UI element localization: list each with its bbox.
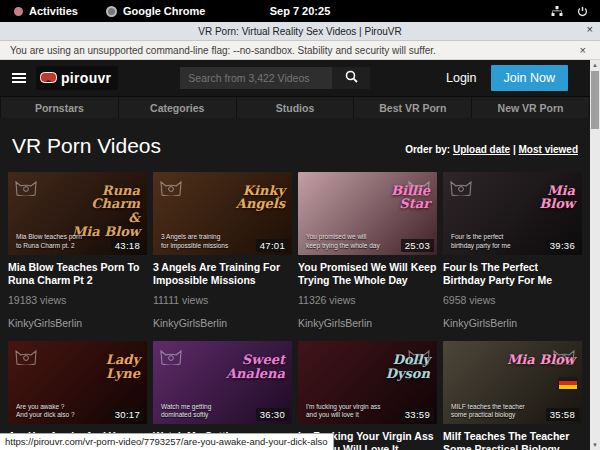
thumbnail-overlay-title: Mia Blow bbox=[539, 184, 575, 211]
hamburger-menu-icon[interactable] bbox=[12, 73, 26, 83]
cat-mask-watermark-icon bbox=[159, 176, 183, 200]
video-card: Runa Charm & Mia Blow Mia Blow teaches p… bbox=[8, 172, 147, 329]
video-views: 6958 views bbox=[443, 294, 582, 306]
cat-mask-watermark-icon bbox=[14, 176, 38, 200]
nav-item-best-vr-porn[interactable]: Best VR Porn bbox=[354, 97, 472, 118]
video-grid: Runa Charm & Mia Blow Mia Blow teaches p… bbox=[0, 168, 590, 450]
video-views: 19183 views bbox=[8, 294, 147, 306]
video-thumbnail[interactable]: Mia Blow Four is the perfect birthday pa… bbox=[443, 172, 582, 255]
duration-badge: 36:30 bbox=[256, 408, 289, 421]
duration-badge: 33:59 bbox=[401, 408, 434, 421]
video-thumbnail[interactable]: Dolly Dyson I'm fucking your virgin ass … bbox=[298, 341, 437, 424]
video-thumbnail[interactable]: Sweet Analena Watch me getting dominated… bbox=[153, 341, 292, 424]
video-title-link[interactable]: 3 Angels Are Training For Impossible Mis… bbox=[153, 261, 292, 287]
thumbnail-caption: MILF teaches the teacher some practical … bbox=[451, 403, 540, 421]
tab-close-icon[interactable]: × bbox=[587, 23, 593, 35]
video-card: Mia Blow Four is the perfect birthday pa… bbox=[443, 172, 582, 329]
video-title-link[interactable]: Mia Blow Teaches Porn To Runa Charm Pt 2 bbox=[8, 261, 147, 287]
vr-headset-icon bbox=[40, 69, 57, 87]
tab-title[interactable]: VR Porn: Virtual Reality Sex Videos | Pi… bbox=[198, 26, 401, 37]
thumbnail-caption: You promised we will keep trying the who… bbox=[306, 233, 395, 251]
video-channel-link[interactable]: KinkyGirlsBerlin bbox=[443, 317, 582, 329]
search-bar bbox=[180, 67, 370, 89]
video-channel-link[interactable]: KinkyGirlsBerlin bbox=[8, 317, 147, 329]
video-views: 11326 views bbox=[298, 294, 437, 306]
thumbnail-caption: I'm fucking your virgin ass and you will… bbox=[306, 403, 395, 421]
thumbnail-caption: Mia Blow teaches porn to Runa Charm pt. … bbox=[16, 233, 105, 251]
browser-tab-bar: VR Porn: Virtual Reality Sex Videos | Pi… bbox=[0, 22, 600, 41]
join-now-button[interactable]: Join Now bbox=[491, 65, 568, 91]
video-thumbnail[interactable]: Kinky Angels 3 Angels are training for i… bbox=[153, 172, 292, 255]
desktop-top-bar: Activities Google Chrome Sep 7 20:25 bbox=[0, 0, 600, 22]
duration-badge: 35:58 bbox=[546, 408, 579, 421]
thumbnail-caption: 3 Angels are training for impossible mis… bbox=[161, 233, 250, 251]
cat-mask-watermark-icon bbox=[449, 176, 473, 200]
video-views: 11111 views bbox=[153, 294, 292, 306]
scrollbar-up-arrow-icon[interactable]: ▲ bbox=[590, 60, 600, 70]
duration-badge: 39:36 bbox=[546, 239, 579, 252]
thumbnail-caption: Are you awake ? And your dick also ? bbox=[16, 403, 105, 421]
page-scrollbar[interactable]: ▲ ▼ bbox=[590, 60, 600, 450]
power-icon[interactable] bbox=[577, 6, 588, 17]
nav-item-studios[interactable]: Studios bbox=[237, 97, 355, 118]
thumbnail-overlay-title: Sweet Analena bbox=[226, 353, 285, 380]
status-bar-url: https://pirouvr.com/vr-porn-video/779325… bbox=[0, 433, 334, 450]
german-flag-icon bbox=[559, 377, 577, 389]
thumbnail-overlay-title: Mia Blow bbox=[507, 353, 575, 367]
thumbnail-overlay-title: Lady Lyne bbox=[106, 353, 140, 380]
main-nav: Pornstars Categories Studios Best VR Por… bbox=[0, 96, 590, 118]
page-title: VR Porn Videos bbox=[12, 134, 161, 158]
cat-mask-watermark-icon bbox=[159, 345, 183, 369]
infobar-close-icon[interactable]: × bbox=[580, 44, 586, 56]
search-button[interactable] bbox=[332, 67, 370, 89]
infobar-message: You are using an unsupported command-lin… bbox=[10, 45, 436, 56]
thumbnail-overlay-title: Runa Charm & Mia Blow bbox=[72, 184, 140, 239]
video-channel-link[interactable]: KinkyGirlsBerlin bbox=[298, 317, 437, 329]
search-icon bbox=[345, 70, 358, 86]
nav-item-pornstars[interactable]: Pornstars bbox=[0, 97, 119, 118]
brand-name: pirouvr bbox=[61, 70, 111, 86]
thumbnail-overlay-title: Billie Star bbox=[391, 184, 430, 211]
nav-item-categories[interactable]: Categories bbox=[119, 97, 237, 118]
site-header: pirouvr Login Join Now bbox=[0, 60, 590, 96]
video-title-link[interactable]: Four Is The Perfect Birthday Party For M… bbox=[443, 261, 582, 287]
cat-mask-watermark-icon bbox=[14, 345, 38, 369]
duration-badge: 25:03 bbox=[401, 239, 434, 252]
thumbnail-caption: Watch me getting dominated softly bbox=[161, 403, 250, 421]
video-card: Kinky Angels 3 Angels are training for i… bbox=[153, 172, 292, 329]
video-thumbnail[interactable]: Mia Blow MILF teaches the teacher some p… bbox=[443, 341, 582, 424]
order-by-label: Order by: bbox=[405, 144, 450, 155]
order-by: Order by: Upload date | Most viewed bbox=[405, 144, 578, 155]
web-page: pirouvr Login Join Now Pornstars Categor… bbox=[0, 60, 600, 450]
login-link[interactable]: Login bbox=[446, 71, 477, 85]
video-thumbnail[interactable]: Billie Star You promised we will keep tr… bbox=[298, 172, 437, 255]
clock[interactable]: Sep 7 20:25 bbox=[0, 5, 600, 17]
video-title-link[interactable]: Milf Teaches The Teacher Some Practical … bbox=[443, 430, 582, 450]
video-title-link[interactable]: You Promised We Will Keep Trying The Who… bbox=[298, 261, 437, 287]
search-input[interactable] bbox=[180, 67, 332, 89]
video-channel-link[interactable]: KinkyGirlsBerlin bbox=[153, 317, 292, 329]
video-card: Mia Blow MILF teaches the teacher some p… bbox=[443, 341, 582, 450]
order-by-upload-date-link[interactable]: Upload date bbox=[453, 144, 510, 155]
thumbnail-overlay-title: Dolly Dyson bbox=[386, 353, 430, 380]
duration-badge: 30:17 bbox=[111, 408, 144, 421]
duration-badge: 43:18 bbox=[111, 239, 144, 252]
video-card: Billie Star You promised we will keep tr… bbox=[298, 172, 437, 329]
scrollbar-down-arrow-icon[interactable]: ▼ bbox=[590, 440, 600, 450]
chrome-infobar: You are using an unsupported command-lin… bbox=[0, 41, 600, 60]
nav-item-new-vr-porn[interactable]: New VR Porn bbox=[472, 97, 590, 118]
thumbnail-caption: Four is the perfect birthday party for m… bbox=[451, 233, 540, 251]
order-by-most-viewed-link[interactable]: Most viewed bbox=[519, 144, 578, 155]
video-thumbnail[interactable]: Runa Charm & Mia Blow Mia Blow teaches p… bbox=[8, 172, 147, 255]
site-logo[interactable]: pirouvr bbox=[36, 66, 118, 90]
duration-badge: 47:01 bbox=[256, 239, 289, 252]
video-thumbnail[interactable]: Lady Lyne Are you awake ? And your dick … bbox=[8, 341, 147, 424]
order-by-separator: | bbox=[513, 144, 516, 155]
thumbnail-overlay-title: Kinky Angels bbox=[236, 184, 285, 211]
scrollbar-thumb[interactable] bbox=[591, 71, 599, 129]
network-icon[interactable] bbox=[551, 6, 563, 17]
